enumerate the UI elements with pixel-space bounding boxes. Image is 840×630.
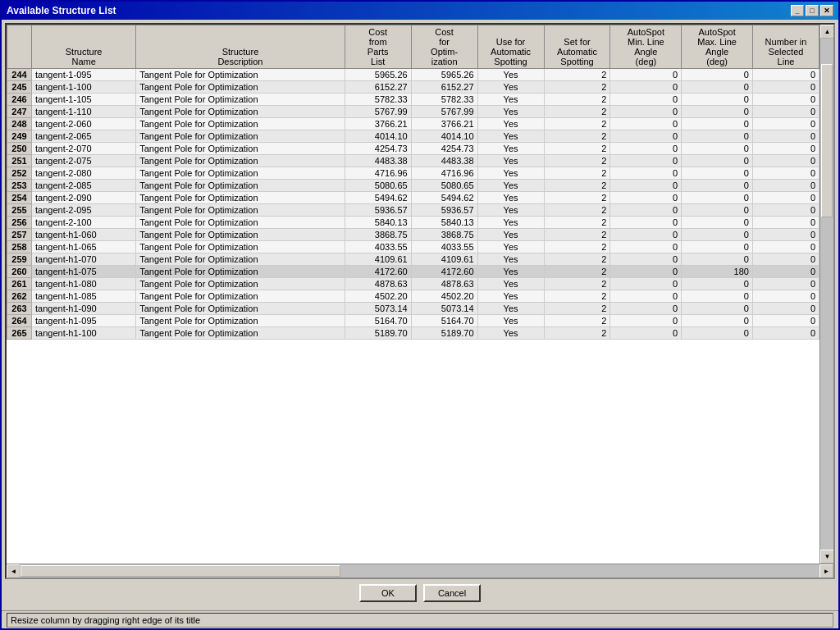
table-cell: Tangent Pole for Optimization [136,167,345,180]
table-row[interactable]: 249tangent-2-065Tangent Pole for Optimiz… [7,130,819,143]
vertical-scrollbar[interactable]: ▲ ▼ [819,25,833,564]
table-row[interactable]: 256tangent-2-100Tangent Pole for Optimiz… [7,217,819,229]
row-number-cell: 258 [7,241,32,253]
table-cell: 4878.63 [411,278,477,290]
table-cell: 0 [752,315,819,327]
table-cell: 0 [610,106,682,118]
table-row[interactable]: 265tangent-h1-100Tangent Pole for Optimi… [7,327,819,340]
scroll-left-button[interactable]: ◄ [7,564,21,578]
table-row[interactable]: 257tangent-h1-060Tangent Pole for Optimi… [7,229,819,241]
table-cell: 4878.63 [345,278,411,290]
table-cell: 0 [752,167,819,180]
table-cell: 2 [544,290,610,303]
table-cell: 4502.20 [411,290,477,303]
col-header-cost-optim[interactable]: CostforOptim-ization [411,25,477,69]
table-row[interactable]: 261tangent-h1-080Tangent Pole for Optimi… [7,278,819,290]
table-row[interactable]: 260tangent-h1-075Tangent Pole for Optimi… [7,266,819,278]
table-cell: 2 [544,192,610,204]
table-cell: 0 [610,253,682,266]
col-header-autospot-max[interactable]: AutoSpotMax. LineAngle(deg) [682,25,753,69]
row-number-cell: 249 [7,130,32,143]
table-cell: Tangent Pole for Optimization [136,192,345,204]
table-row[interactable]: 258tangent-h1-065Tangent Pole for Optimi… [7,241,819,253]
table-cell: 3766.21 [345,118,411,130]
table-cell: 0 [610,241,682,253]
table-scroll[interactable]: StructureName StructureDescription Costf… [7,25,819,564]
table-row[interactable]: 247tangent-1-110Tangent Pole for Optimiz… [7,106,819,118]
table-cell: Tangent Pole for Optimization [136,278,345,290]
ok-button[interactable]: OK [359,584,417,602]
table-cell: Tangent Pole for Optimization [136,217,345,229]
table-cell: Yes [477,278,544,290]
col-header-number-in[interactable]: Number inSelectedLine [752,25,819,69]
row-number-cell: 251 [7,155,32,167]
table-cell: 0 [682,94,753,106]
table-row[interactable]: 244tangent-1-095Tangent Pole for Optimiz… [7,69,819,81]
table-cell: 4502.20 [345,290,411,303]
table-row[interactable]: 248tangent-2-060Tangent Pole for Optimiz… [7,118,819,130]
scroll-down-button[interactable]: ▼ [820,550,833,564]
table-cell: 0 [610,69,682,81]
col-header-use-auto[interactable]: Use forAutomaticSpotting [477,25,544,69]
col-header-set-auto[interactable]: Set forAutomaticSpotting [544,25,610,69]
scroll-thumb-vertical[interactable] [821,64,833,217]
table-cell: 5965.26 [345,69,411,81]
status-bar-text: Resize column by dragging right edge of … [7,613,833,628]
scroll-thumb-horizontal[interactable] [21,565,340,577]
table-cell: tangent-h1-095 [32,315,136,327]
table-cell: Tangent Pole for Optimization [136,241,345,253]
table-cell: 0 [682,130,753,143]
horizontal-scrollbar[interactable]: ◄ ► [7,564,833,578]
close-button[interactable]: ✕ [820,5,833,16]
table-row[interactable]: 254tangent-2-090Tangent Pole for Optimiz… [7,192,819,204]
scroll-track-horizontal[interactable] [21,564,819,578]
table-cell: 0 [752,290,819,303]
table-cell: Yes [477,290,544,303]
table-row[interactable]: 251tangent-2-075Tangent Pole for Optimiz… [7,155,819,167]
scroll-up-button[interactable]: ▲ [820,25,833,39]
table-row[interactable]: 264tangent-h1-095Tangent Pole for Optimi… [7,315,819,327]
col-header-structure-name[interactable]: StructureName [32,25,136,69]
col-header-autospot-min[interactable]: AutoSpotMin. LineAngle(deg) [610,25,682,69]
minimize-button[interactable]: _ [791,5,804,16]
table-row[interactable]: 250tangent-2-070Tangent Pole for Optimiz… [7,143,819,155]
cancel-button[interactable]: Cancel [423,584,481,602]
table-cell: 0 [752,217,819,229]
table-row[interactable]: 259tangent-h1-070Tangent Pole for Optimi… [7,253,819,266]
table-row[interactable]: 255tangent-2-095Tangent Pole for Optimiz… [7,204,819,217]
table-row[interactable]: 263tangent-h1-090Tangent Pole for Optimi… [7,303,819,315]
col-header-row-num [7,25,32,69]
scroll-right-button[interactable]: ► [819,564,833,578]
table-cell: 5494.62 [411,192,477,204]
table-row[interactable]: 246tangent-1-105Tangent Pole for Optimiz… [7,94,819,106]
table-row[interactable]: 262tangent-h1-085Tangent Pole for Optimi… [7,290,819,303]
table-cell: Tangent Pole for Optimization [136,118,345,130]
col-header-structure-desc[interactable]: StructureDescription [136,25,345,69]
table-cell: 2 [544,155,610,167]
maximize-button[interactable]: □ [806,5,819,16]
table-cell: Yes [477,192,544,204]
table-cell: 0 [752,81,819,94]
table-cell: 0 [610,229,682,241]
table-cell: 5782.33 [345,94,411,106]
main-window: Available Structure List _ □ ✕ Structure… [0,0,840,630]
table-cell: 5782.33 [411,94,477,106]
col-header-cost-parts[interactable]: CostfromPartsList [345,25,411,69]
table-cell: 2 [544,130,610,143]
table-cell: Yes [477,130,544,143]
table-cell: Tangent Pole for Optimization [136,180,345,192]
table-row[interactable]: 245tangent-1-100Tangent Pole for Optimiz… [7,81,819,94]
table-cell: 0 [610,155,682,167]
table-cell: 0 [752,229,819,241]
table-cell: 2 [544,217,610,229]
table-cell: 4172.60 [345,266,411,278]
table-header-row: StructureName StructureDescription Costf… [7,25,819,69]
table-cell: 0 [752,118,819,130]
scroll-track-vertical[interactable] [820,39,833,550]
table-cell: 0 [610,180,682,192]
table-cell: 0 [682,278,753,290]
table-row[interactable]: 253tangent-2-085Tangent Pole for Optimiz… [7,180,819,192]
table-cell: 5494.62 [345,192,411,204]
table-row[interactable]: 252tangent-2-080Tangent Pole for Optimiz… [7,167,819,180]
table-cell: tangent-h1-070 [32,253,136,266]
